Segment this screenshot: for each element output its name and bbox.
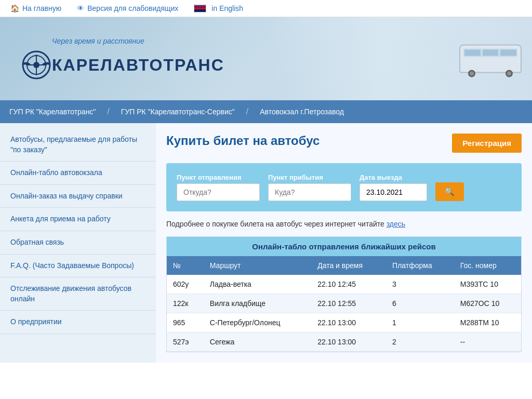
table-row: 527э Сегежа 22.10 13:00 2 -- (167, 332, 521, 352)
sidebar-item-2[interactable]: Онлайн-заказ на выдачу справки (0, 185, 156, 208)
info-link[interactable]: здесь (387, 220, 405, 228)
cell-num: 122к (167, 294, 204, 313)
info-text-content: Подробнее о покупке билета на автобус че… (166, 220, 384, 228)
english-link[interactable]: in English (194, 4, 243, 12)
sidebar-item-1[interactable]: Онлайн-табло автовокзала (0, 162, 156, 185)
date-input[interactable] (360, 183, 427, 201)
home-link[interactable]: 🏠 На главную (10, 4, 61, 12)
cell-route: С-Петербург/Олонец (204, 313, 311, 332)
top-bar: 🏠 На главную 👁 Версия для слабовидящих i… (0, 0, 532, 17)
sidebar-item-0[interactable]: Автобусы, предлагаемые для работы "по за… (0, 128, 156, 162)
eye-icon: 👁 (77, 4, 84, 12)
from-label: Пункт отправления (177, 174, 260, 181)
col-platform: Платформа (386, 256, 454, 275)
sidebar: Автобусы, предлагаемые для работы "по за… (0, 123, 156, 363)
nav-item-1[interactable]: ГУП РК "Карелавтотранс" (0, 100, 105, 123)
cell-govnum: М288ТМ 10 (454, 313, 521, 332)
table-header-row: № Маршрут Дата и время Платформа Гос. но… (167, 256, 521, 275)
cell-num: 527э (167, 332, 204, 352)
search-button[interactable]: 🔍 (435, 182, 464, 201)
cell-platform: 1 (386, 313, 454, 332)
logo-text: КАРЕЛАВТОТРАНС (52, 56, 224, 75)
english-label: in English (211, 4, 243, 12)
cell-platform: 3 (386, 275, 454, 294)
ticket-title: Купить билет на автобус (166, 134, 320, 148)
logo-svg-icon (21, 49, 52, 81)
sidebar-item-3[interactable]: Анкета для приема на работу (0, 208, 156, 231)
accessibility-label: Версия для слабовидящих (87, 4, 178, 12)
table-title: Онлайн-табло отправления ближайших рейсо… (167, 237, 521, 256)
cell-num: 965 (167, 313, 204, 332)
accessibility-link[interactable]: 👁 Версия для слабовидящих (77, 4, 178, 12)
sidebar-item-5[interactable]: F.A.Q. (Часто Задаваемые Вопросы) (0, 255, 156, 278)
col-govnum: Гос. номер (454, 256, 521, 275)
table-row: 602у Ладва-ветка 22.10 12:45 3 М393ТС 10 (167, 275, 521, 294)
nav-separator-2: / (244, 107, 250, 116)
nav-separator-1: / (105, 107, 111, 116)
cell-route: Ладва-ветка (204, 275, 311, 294)
sidebar-item-6[interactable]: Отслеживание движения автобусов онлайн (0, 277, 156, 311)
banner-content: Через время и расстояние КАРЕЛАВТОТРАНС (21, 37, 224, 81)
to-input[interactable] (268, 183, 351, 201)
flag-icon (194, 4, 206, 12)
banner: Через время и расстояние КАРЕЛАВТОТРАНС (0, 17, 532, 100)
to-label: Пункт прибытия (268, 174, 351, 181)
sidebar-item-7[interactable]: О предприятии (0, 311, 156, 334)
main-layout: Автобусы, предлагаемые для работы "по за… (0, 123, 532, 363)
cell-datetime: 22.10 12:55 (311, 294, 386, 313)
col-datetime: Дата и время (311, 256, 386, 275)
departures-table-section: Онлайн-табло отправления ближайших рейсо… (166, 236, 522, 352)
from-field-group: Пункт отправления (177, 174, 260, 201)
info-text: Подробнее о покупке билета на автобус че… (166, 220, 522, 228)
sidebar-item-4[interactable]: Обратная связь (0, 231, 156, 255)
search-form: Пункт отправления Пункт прибытия Дата вы… (166, 163, 522, 211)
cell-datetime: 22.10 12:45 (311, 275, 386, 294)
cell-platform: 2 (386, 332, 454, 352)
cell-platform: 6 (386, 294, 454, 313)
cell-datetime: 22.10 13:00 (311, 313, 386, 332)
to-field-group: Пункт прибытия (268, 174, 351, 201)
cell-govnum: М627ОС 10 (454, 294, 521, 313)
home-icon: 🏠 (10, 4, 19, 12)
date-label: Дата выезда (360, 174, 427, 181)
cell-num: 602у (167, 275, 204, 294)
date-field-group: Дата выезда (360, 174, 427, 201)
home-label: На главную (22, 4, 61, 12)
nav-bar: ГУП РК "Карелавтотранс" / ГУП РК "Карела… (0, 100, 532, 123)
departures-table: № Маршрут Дата и время Платформа Гос. но… (167, 256, 521, 352)
nav-item-3[interactable]: Автовокзал г.Петрозавод (250, 100, 353, 123)
banner-logo: КАРЕЛАВТОТРАНС (21, 49, 224, 81)
nav-item-2[interactable]: ГУП РК "Карелавтотранс-Сервис" (112, 100, 244, 123)
register-button[interactable]: Регистрация (452, 134, 522, 153)
col-num: № (167, 256, 204, 275)
cell-datetime: 22.10 13:00 (311, 332, 386, 352)
cell-route: Вилга кладбище (204, 294, 311, 313)
ticket-header: Купить билет на автобус Регистрация (166, 134, 522, 153)
table-row: 122к Вилга кладбище 22.10 12:55 6 М627ОС… (167, 294, 521, 313)
banner-subtitle: Через время и расстояние (52, 37, 224, 45)
main-content: Купить билет на автобус Регистрация Пунк… (156, 123, 532, 363)
col-route: Маршрут (204, 256, 311, 275)
cell-govnum: -- (454, 332, 521, 352)
table-row: 965 С-Петербург/Олонец 22.10 13:00 1 М28… (167, 313, 521, 332)
cell-route: Сегежа (204, 332, 311, 352)
from-input[interactable] (177, 183, 260, 201)
cell-govnum: М393ТС 10 (454, 275, 521, 294)
